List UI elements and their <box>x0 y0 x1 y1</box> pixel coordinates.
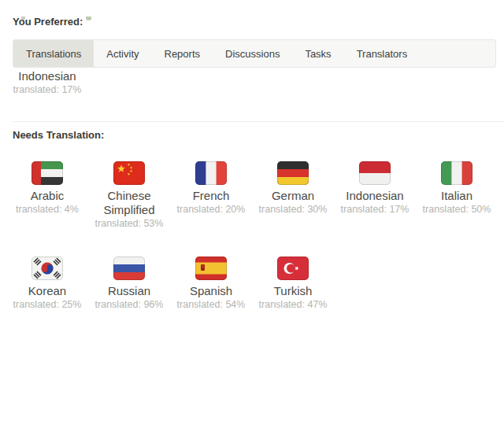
language-card-arabic[interactable]: Arabictranslated: 4% <box>6 161 88 216</box>
germany-flag-icon <box>277 161 309 185</box>
language-card-chinese-simplified[interactable]: Chinese Simplifiedtranslated: 53% <box>88 161 170 230</box>
language-card-french[interactable]: Frenchtranslated: 20% <box>170 161 252 216</box>
language-name: Russian <box>108 284 150 298</box>
cropped-text-fragment <box>86 17 91 20</box>
indonesia-flag-icon <box>359 161 391 185</box>
france-flag-icon <box>195 161 227 185</box>
uae-flag-icon <box>32 161 63 185</box>
translated-percent: translated: 4% <box>16 203 79 216</box>
translated-percent: translated: 53% <box>95 217 164 230</box>
language-name: Arabic <box>31 189 65 203</box>
language-card-italian[interactable]: Italiantranslated: 50% <box>416 161 498 216</box>
translated-percent: translated: 47% <box>259 298 328 311</box>
language-card-korean[interactable]: Koreantranslated: 25% <box>6 257 88 311</box>
language-name: Italian <box>441 189 472 203</box>
translated-percent: translated: 20% <box>177 203 246 216</box>
language-name: Turkish <box>274 284 313 298</box>
translated-percent: translated: 30% <box>259 203 328 216</box>
language-card-spanish[interactable]: Spanishtranslated: 54% <box>170 257 252 311</box>
language-card-german[interactable]: Germantranslated: 30% <box>252 161 334 216</box>
tab-reports[interactable]: Reports <box>152 40 213 67</box>
spain-flag-icon <box>195 257 227 280</box>
china-flag-icon <box>113 161 145 185</box>
section-divider <box>13 121 504 122</box>
language-card-indonesian[interactable]: Indonesiantranslated: 17% <box>334 161 416 216</box>
turkey-flag-icon <box>277 257 309 280</box>
translated-percent: translated: 96% <box>95 298 164 311</box>
tab-tasks[interactable]: Tasks <box>292 40 343 67</box>
translated-percent: translated: 54% <box>177 298 246 311</box>
language-name: German <box>272 189 314 203</box>
language-card-russian[interactable]: Russiantranslated: 96% <box>88 257 170 311</box>
translated-percent: translated: 17% <box>13 83 82 96</box>
language-name: Korean <box>28 284 66 298</box>
cropped-header-text <box>0 17 504 22</box>
language-name: Indonesian <box>18 69 76 83</box>
tab-bar: TranslationsActivityReportsDiscussionsTa… <box>13 39 496 68</box>
language-name: Indonesian <box>346 189 403 203</box>
needs-translation-heading: Needs Translation: <box>13 130 504 140</box>
tab-translators[interactable]: Translators <box>344 40 421 67</box>
language-name: Spanish <box>190 284 232 298</box>
italy-flag-icon <box>441 161 472 185</box>
project-page: TranslationsActivityReportsDiscussionsTa… <box>0 17 504 443</box>
tab-activity[interactable]: Activity <box>94 40 151 67</box>
tab-discussions[interactable]: Discussions <box>213 40 292 67</box>
translated-percent: translated: 50% <box>423 203 491 216</box>
south-korea-flag-icon <box>32 257 63 280</box>
needs-translation-languages: Arabictranslated: 4% Chinese Simplifiedt… <box>6 161 504 311</box>
tab-translations[interactable]: Translations <box>13 40 94 67</box>
russia-flag-icon <box>113 257 145 280</box>
language-name: French <box>193 189 230 203</box>
translated-percent: translated: 25% <box>13 298 82 311</box>
language-card-turkish[interactable]: Turkishtranslated: 47% <box>252 257 334 311</box>
translated-percent: translated: 17% <box>341 203 410 216</box>
cropped-text-fragment <box>21 17 25 20</box>
language-name: Chinese Simplified <box>90 189 169 217</box>
